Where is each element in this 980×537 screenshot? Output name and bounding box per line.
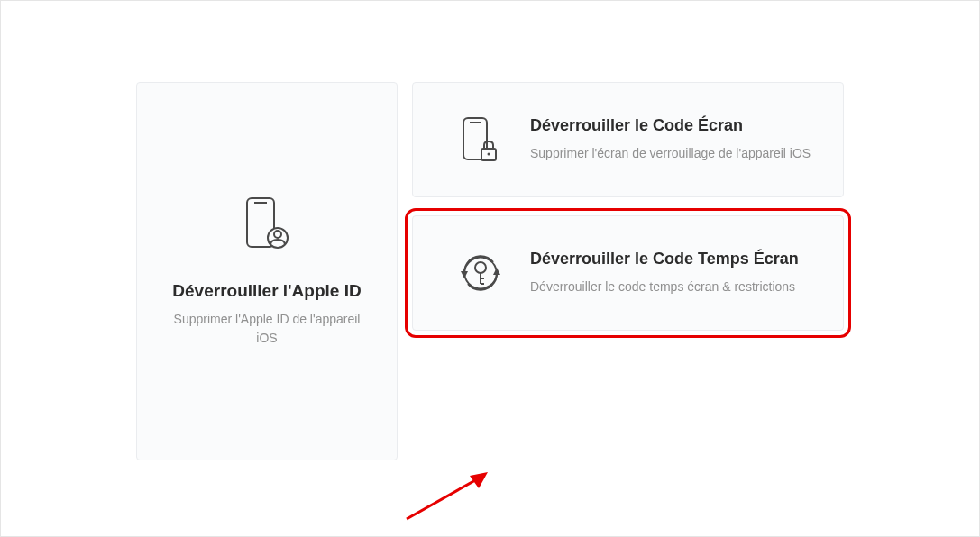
screen-code-subtitle: Supprimer l'écran de verrouillage de l'a… (530, 144, 816, 163)
right-column: Déverrouiller le Code Écran Supprimer l'… (412, 82, 844, 460)
apple-id-title: Déverrouiller l'Apple ID (172, 281, 361, 301)
main-options-grid: Déverrouiller l'Apple ID Supprimer l'App… (1, 1, 979, 460)
screen-time-subtitle: Déverrouiller le code temps écran & rest… (530, 278, 816, 296)
screen-code-text: Déverrouiller le Code Écran Supprimer l'… (530, 116, 816, 163)
screen-code-title: Déverrouiller le Code Écran (530, 116, 816, 135)
phone-lock-icon (440, 114, 521, 165)
unlock-apple-id-card[interactable]: Déverrouiller l'Apple ID Supprimer l'App… (136, 82, 398, 460)
phone-user-icon (240, 195, 294, 256)
screen-time-title: Déverrouiller le Code Temps Écran (530, 250, 816, 268)
unlock-screen-code-card[interactable]: Déverrouiller le Code Écran Supprimer l'… (412, 82, 844, 197)
svg-point-7 (488, 153, 490, 156)
svg-marker-15 (470, 472, 488, 488)
unlock-screen-time-card[interactable]: Déverrouiller le Code Temps Écran Déverr… (412, 215, 844, 331)
svg-line-14 (407, 476, 483, 519)
key-refresh-icon (440, 248, 521, 298)
svg-point-10 (475, 262, 486, 273)
screen-time-text: Déverrouiller le Code Temps Écran Déverr… (530, 250, 816, 296)
arrow-annotation-icon (398, 465, 506, 528)
apple-id-subtitle: Supprimer l'Apple ID de l'appareil iOS (164, 310, 370, 348)
svg-marker-9 (493, 268, 500, 275)
